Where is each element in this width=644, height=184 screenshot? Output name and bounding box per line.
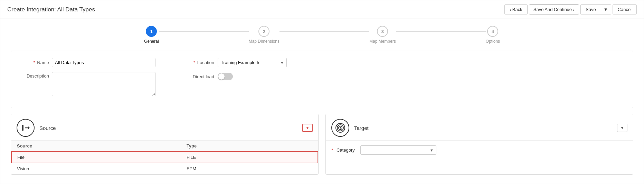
step-3-circle: 3: [377, 26, 388, 37]
step-3-label: Map Members: [369, 39, 396, 44]
step-1: 1 General: [144, 26, 159, 44]
target-svg-icon: [335, 122, 346, 133]
location-label: * Location: [183, 60, 214, 65]
description-input[interactable]: [52, 72, 155, 96]
cancel-button[interactable]: Cancel: [613, 4, 637, 14]
general-form-section: * Name Description: [11, 51, 633, 108]
source-card: Source ▼ Source Type File FILE: [11, 114, 319, 175]
toggle-knob: [218, 73, 225, 80]
direct-load-row: Direct load: [183, 73, 321, 80]
cards-row: Source ▼ Source Type File FILE: [11, 114, 633, 175]
col-source: Source: [11, 141, 181, 152]
category-label: Category: [337, 147, 355, 153]
target-icon: [331, 119, 349, 137]
category-select-wrapper: ▼: [360, 145, 436, 155]
source-icon: [17, 119, 35, 137]
name-row: * Name: [21, 58, 155, 67]
direct-load-label: Direct load: [183, 74, 214, 79]
source-row-file-type: FILE: [181, 152, 318, 163]
step-3: 3 Map Members: [369, 26, 396, 44]
col-type: Type: [181, 141, 318, 152]
form-left: * Name Description: [21, 58, 155, 101]
source-row-file-source: File: [11, 152, 181, 163]
location-select[interactable]: Training Example 5: [218, 58, 287, 67]
step-1-circle: 1: [146, 26, 157, 37]
location-row: * Location Training Example 5 ▼: [183, 58, 321, 67]
step-4-circle: 4: [487, 26, 498, 37]
step-4: 4 Options: [486, 26, 500, 44]
step-line-1-2: [159, 31, 249, 32]
header-actions: ‹ Back Save And Continue › Save ▼ Cancel: [504, 4, 637, 14]
location-select-wrapper: Training Example 5 ▼: [218, 58, 287, 67]
name-label: * Name: [21, 60, 49, 65]
source-card-title: Source: [39, 125, 297, 131]
target-card-header: Target ▼: [326, 114, 633, 141]
name-required: *: [34, 60, 35, 65]
save-button-group: Save ▼: [580, 4, 611, 14]
save-and-continue-button[interactable]: Save And Continue ›: [529, 4, 579, 14]
step-4-label: Options: [486, 39, 500, 44]
step-line-3-4: [396, 31, 486, 32]
target-dropdown-button[interactable]: ▼: [617, 124, 627, 132]
category-select[interactable]: [360, 145, 436, 155]
source-row-vision-source: Vision: [11, 163, 181, 174]
step-2-label: Map Dimensions: [249, 39, 280, 44]
step-line-2-3: [280, 31, 369, 32]
name-field: * Name: [21, 58, 155, 67]
stepper: 1 General 2 Map Dimensions 3 Map Members…: [0, 19, 644, 47]
form-area: * Name Description: [0, 47, 644, 182]
svg-marker-3: [28, 126, 30, 129]
target-category-row: * Category ▼: [326, 141, 633, 160]
svg-point-7: [340, 127, 341, 129]
step-2-circle: 2: [258, 26, 269, 37]
source-dropdown-button[interactable]: ▼: [302, 124, 313, 132]
source-table-header: Source Type: [11, 141, 318, 152]
name-input[interactable]: [52, 58, 155, 67]
step-1-label: General: [144, 39, 159, 44]
svg-rect-1: [23, 125, 24, 131]
page-header: Create Integration: All Data Types ‹ Bac…: [0, 0, 644, 19]
description-label: Description: [21, 73, 49, 79]
source-row-vision[interactable]: Vision EPM: [11, 163, 318, 174]
save-dropdown-button[interactable]: ▼: [601, 4, 611, 14]
form-right: * Location Training Example 5 ▼ Direct l…: [183, 58, 321, 80]
source-row-file[interactable]: File FILE: [11, 152, 318, 163]
save-button[interactable]: Save: [580, 4, 601, 14]
category-required-star: *: [331, 147, 334, 153]
step-2: 2 Map Dimensions: [249, 26, 280, 44]
source-svg-icon: [20, 122, 31, 133]
source-row-vision-type: EPM: [181, 163, 318, 174]
description-field: Description: [21, 72, 155, 96]
direct-load-toggle[interactable]: [218, 73, 233, 80]
page-title: Create Integration: All Data Types: [7, 6, 95, 13]
target-card-title: Target: [354, 125, 612, 131]
description-row: Description: [21, 72, 155, 96]
source-card-header: Source ▼: [11, 114, 318, 141]
svg-rect-0: [22, 125, 23, 131]
back-button[interactable]: ‹ Back: [504, 4, 528, 14]
source-table: Source Type File FILE Vision EPM: [11, 141, 318, 174]
target-card: Target ▼ * Category ▼: [325, 114, 633, 175]
